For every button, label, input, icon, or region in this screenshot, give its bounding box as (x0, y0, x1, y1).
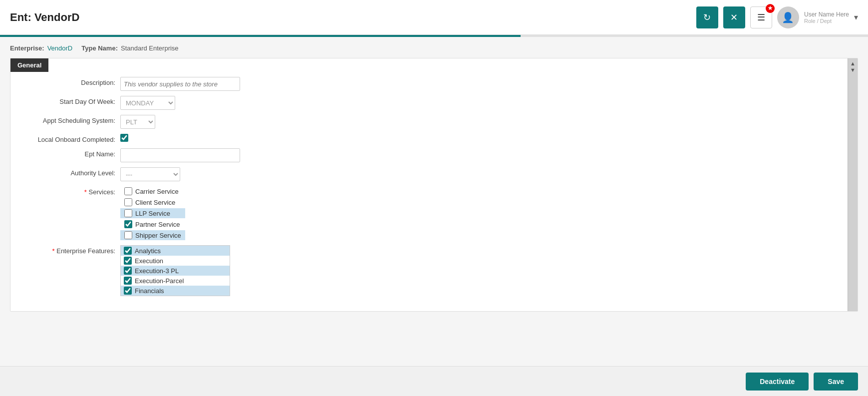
feature-checkbox-analytics[interactable] (124, 247, 132, 255)
enterprise-value: VendorD (47, 44, 73, 52)
service-label-client: Client Service (135, 199, 175, 206)
appt-label: Appt Scheduling System: (20, 115, 120, 124)
user-dropdown-arrow[interactable]: ▾ (854, 12, 858, 22)
collapse-down-icon: ▼ (850, 67, 856, 73)
service-label-partner: Partner Service (135, 221, 180, 228)
enterprise-features-row: Enterprise Features: Analytics Execution (20, 245, 848, 296)
service-item-partner: Partner Service (120, 219, 185, 229)
enterprise-label: Enterprise: (10, 44, 44, 52)
feature-label-execution: Execution (135, 257, 163, 265)
service-item-llp: LLP Service (120, 208, 185, 218)
appt-scheduling-row: Appt Scheduling System: PLT OTHER (20, 115, 848, 129)
feature-label-financials: Financials (135, 287, 164, 295)
start-day-label: Start Day Of Week: (20, 96, 120, 105)
authority-select[interactable]: --- Level 1 Level 2 Level 3 (120, 167, 180, 181)
feature-label-execution-parcel: Execution-Parcel (135, 277, 184, 285)
avatar-icon: 👤 (782, 11, 794, 23)
user-name: User Name Here (804, 11, 849, 18)
service-checkbox-llp[interactable] (124, 209, 132, 217)
user-role: Role / Dept (804, 18, 832, 24)
refresh-icon: ↻ (703, 12, 711, 23)
feature-item-execution: Execution (121, 256, 230, 266)
service-label-carrier: Carrier Service (135, 188, 179, 195)
info-row: Enterprise: VendorD Type Name: Standard … (10, 44, 858, 52)
refresh-button[interactable]: ↻ (696, 6, 718, 28)
user-info: User Name Here Role / Dept (804, 11, 849, 24)
feature-label-analytics: Analytics (135, 247, 161, 255)
main-content: Enterprise: VendorD Type Name: Standard … (0, 37, 868, 366)
service-label-llp: LLP Service (135, 210, 170, 217)
feature-item-analytics: Analytics (121, 246, 230, 256)
authority-label: Authority Level: (20, 167, 120, 177)
feature-checkbox-financials[interactable] (124, 287, 132, 295)
panel-collapse-button[interactable]: ▲ ▼ (848, 58, 858, 311)
local-onboard-row: Local Onboard Completed: (20, 134, 848, 143)
feature-checkbox-execution3pl[interactable] (124, 267, 132, 275)
close-button[interactable]: ✕ (723, 6, 745, 28)
local-onboard-checkbox[interactable] (120, 134, 128, 142)
header-actions: ↻ ✕ ☰ ★ 👤 User Name Here Role / Dept ▾ (696, 6, 858, 28)
description-label: Description: (20, 77, 120, 86)
service-label-shipper: Shipper Service (135, 232, 181, 239)
feature-checkbox-execution-parcel[interactable] (124, 277, 132, 285)
notification-badge: ★ (766, 4, 775, 13)
feature-item-execution3pl: Execution-3 PL (121, 266, 230, 276)
start-day-select[interactable]: MONDAY TUESDAY WEDNESDAY THURSDAY FRIDAY… (120, 96, 175, 110)
features-list[interactable]: Analytics Execution Execution-3 PL (120, 245, 230, 296)
page-title: Ent: VendorD (10, 11, 79, 24)
authority-level-row: Authority Level: --- Level 1 Level 2 Lev… (20, 167, 848, 181)
description-row: Description: (20, 77, 848, 91)
avatar: 👤 (777, 6, 799, 28)
services-list: Carrier Service Client Service LLP Servi… (120, 186, 185, 240)
menu-button[interactable]: ☰ ★ (750, 6, 772, 28)
local-onboard-label: Local Onboard Completed: (20, 134, 120, 143)
ept-name-row: Ept Name: (20, 148, 848, 162)
panel-title: General (10, 58, 48, 72)
service-item-shipper: Shipper Service (120, 230, 185, 240)
service-item-carrier: Carrier Service (120, 186, 185, 196)
services-label: Services: (20, 186, 120, 196)
feature-item-execution-parcel: Execution-Parcel (121, 276, 230, 286)
feature-checkbox-execution[interactable] (124, 257, 132, 265)
appt-select[interactable]: PLT OTHER (120, 115, 155, 129)
type-name-value: Standard Enterprise (121, 44, 179, 52)
panel-body: Description: Start Day Of Week: MONDAY T… (10, 72, 858, 311)
service-checkbox-client[interactable] (124, 198, 132, 206)
menu-icon: ☰ (757, 12, 765, 23)
service-checkbox-shipper[interactable] (124, 231, 132, 239)
enterprise-features-label: Enterprise Features: (20, 245, 120, 255)
ept-name-input[interactable] (120, 148, 240, 162)
feature-label-execution3pl: Execution-3 PL (135, 267, 179, 275)
service-item-client: Client Service (120, 197, 185, 207)
services-row: Services: Carrier Service Client Service (20, 186, 848, 240)
ept-name-label: Ept Name: (20, 148, 120, 158)
service-checkbox-carrier[interactable] (124, 187, 132, 195)
feature-item-financials: Financials (121, 286, 230, 296)
collapse-up-icon: ▲ (850, 60, 856, 67)
start-day-row: Start Day Of Week: MONDAY TUESDAY WEDNES… (20, 96, 848, 110)
general-panel: General ▲ ▼ Description: Start Day Of We… (10, 58, 858, 312)
service-checkbox-partner[interactable] (124, 220, 132, 228)
close-icon: ✕ (730, 12, 738, 23)
type-name-label: Type Name: (81, 44, 118, 52)
header: Ent: VendorD ↻ ✕ ☰ ★ 👤 User Name Here Ro… (0, 0, 868, 35)
description-input[interactable] (120, 77, 240, 91)
